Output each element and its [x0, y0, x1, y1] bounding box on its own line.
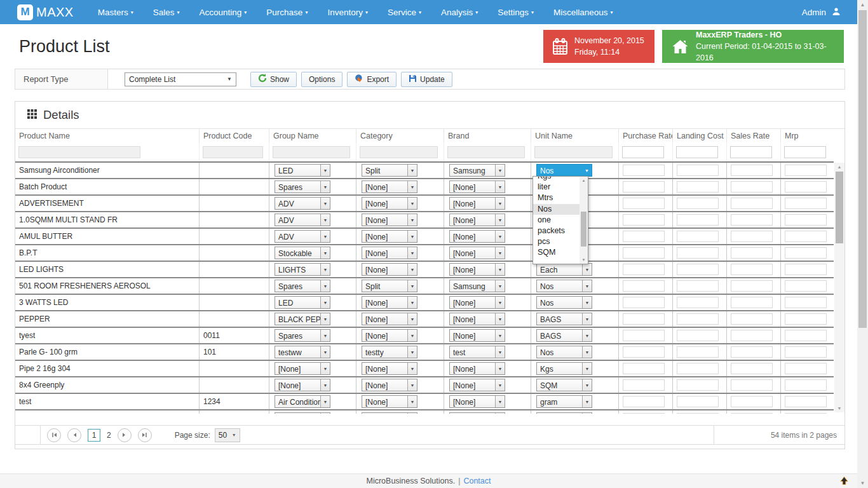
grid-scroll-down-icon[interactable]: ▼ [834, 404, 844, 412]
rate-cell-input[interactable] [785, 280, 827, 292]
cell-combobox[interactable]: [None]▼ [275, 379, 330, 391]
scroll-thumb[interactable] [581, 212, 587, 247]
page-scroll-down-icon[interactable]: ▼ [857, 478, 868, 488]
page-number-1[interactable]: 1 [88, 429, 100, 442]
nav-item-miscellaneous[interactable]: Miscellaneous▾ [553, 8, 613, 17]
cell-combobox[interactable]: test▼ [449, 346, 505, 358]
column-header[interactable]: Brand [444, 129, 531, 143]
rate-cell-input[interactable] [731, 396, 773, 407]
column-header[interactable]: Product Code [200, 129, 269, 143]
rate-cell-input[interactable] [785, 313, 827, 325]
cell-combobox[interactable]: [None]▼ [362, 230, 417, 243]
rate-cell-input[interactable] [623, 165, 665, 176]
rate-cell-input[interactable] [785, 214, 827, 226]
cell-combobox[interactable]: [None]▼ [449, 379, 505, 391]
cell-combobox[interactable]: [None]▼ [449, 313, 505, 325]
cell-combobox[interactable]: [None]▼ [449, 214, 505, 226]
rate-cell-input[interactable] [785, 413, 827, 414]
rate-cell-input[interactable] [623, 181, 665, 193]
rate-cell-input[interactable] [731, 330, 773, 341]
cell-combobox[interactable]: Nos▼ [536, 280, 592, 292]
rate-cell-input[interactable] [623, 396, 665, 407]
cell-combobox[interactable]: Stockable▼ [275, 247, 330, 259]
filter-input-landing-cost[interactable] [676, 146, 718, 158]
rate-cell-input[interactable] [677, 330, 719, 341]
filter-input-unit-name[interactable] [534, 146, 613, 158]
rate-cell-input[interactable] [785, 363, 827, 374]
options-button[interactable]: Options [301, 72, 342, 87]
scroll-down-icon[interactable]: ▼ [580, 256, 588, 264]
filter-input-product-name[interactable] [18, 146, 140, 158]
rate-cell-input[interactable] [623, 198, 665, 209]
report-type-select[interactable]: Complete List ▼ [125, 72, 236, 86]
cell-combobox[interactable]: [None]▼ [449, 230, 505, 243]
rate-cell-input[interactable] [785, 247, 827, 259]
cell-combobox[interactable]: [None]▼ [362, 214, 417, 226]
column-header[interactable]: Sales Rate [727, 129, 781, 143]
back-to-top-icon[interactable] [839, 476, 849, 487]
cell-combobox[interactable]: Split▼ [362, 280, 417, 292]
column-header[interactable]: Unit Name [531, 129, 619, 143]
unit-option-nos[interactable]: Nos [533, 204, 580, 215]
nav-item-masters[interactable]: Masters▾ [98, 8, 133, 17]
cell-combobox[interactable]: [None]▼ [362, 263, 417, 276]
rate-cell-input[interactable] [677, 297, 719, 308]
unit-option-liter[interactable]: liter [533, 182, 580, 193]
cell-combobox[interactable]: Split▼ [362, 164, 417, 177]
cell-combobox[interactable]: Kgs▼ [536, 362, 592, 375]
cell-combobox[interactable]: LIGHTS▼ [275, 263, 330, 276]
rate-cell-input[interactable] [785, 181, 827, 193]
rate-cell-input[interactable] [785, 330, 827, 341]
rate-cell-input[interactable] [677, 264, 719, 275]
rate-cell-input[interactable] [785, 379, 827, 391]
unit-combobox-open[interactable]: Nos▼ [536, 164, 592, 177]
filter-input-product-code[interactable] [203, 146, 263, 158]
rate-cell-input[interactable] [623, 313, 665, 325]
app-logo[interactable]: M MAXX [17, 4, 74, 20]
cell-combobox[interactable]: Spares▼ [275, 180, 330, 193]
rate-cell-input[interactable] [731, 297, 773, 308]
grid-scrollbar[interactable]: ▲ ▼ [834, 163, 844, 412]
cell-combobox[interactable]: ADV▼ [275, 197, 330, 210]
cell-combobox[interactable]: LED▼ [275, 296, 330, 309]
cell-combobox[interactable]: Nos▼ [536, 296, 592, 309]
filter-input-purchase-rate[interactable] [622, 146, 664, 158]
column-header[interactable]: Landing Cost [673, 129, 727, 143]
rate-cell-input[interactable] [677, 379, 719, 391]
cell-combobox[interactable]: [None]▼ [362, 197, 417, 210]
rate-cell-input[interactable] [677, 198, 719, 209]
unit-option-mtrs[interactable]: Mtrs [533, 193, 580, 203]
column-header[interactable]: Category [356, 129, 444, 143]
show-button[interactable]: Show [250, 72, 297, 87]
cell-combobox[interactable]: [None]▼ [449, 362, 505, 375]
cell-combobox[interactable]: [None]▼ [449, 395, 505, 408]
rate-cell-input[interactable] [677, 280, 719, 292]
rate-cell-input[interactable] [677, 413, 719, 414]
cell-combobox[interactable]: ADV▼ [275, 230, 330, 243]
rate-cell-input[interactable] [623, 264, 665, 275]
cell-combobox[interactable]: ▼ [449, 412, 505, 414]
next-page-button[interactable] [118, 428, 132, 442]
filter-input-group-name[interactable] [273, 146, 350, 158]
cell-combobox[interactable]: BAGS▼ [536, 329, 592, 342]
unit-option-kgs[interactable]: Kgs [533, 177, 580, 182]
user-menu[interactable]: Admin [802, 7, 841, 18]
rate-cell-input[interactable] [731, 413, 773, 414]
column-header[interactable]: Purchase Rate [619, 129, 673, 143]
rate-cell-input[interactable] [731, 313, 773, 325]
cell-combobox[interactable]: BLACK PEPPE▼ [275, 313, 330, 325]
nav-item-analysis[interactable]: Analysis▾ [441, 8, 478, 17]
rate-cell-input[interactable] [677, 313, 719, 325]
rate-cell-input[interactable] [731, 181, 773, 193]
nav-item-purchase[interactable]: Purchase▾ [266, 8, 308, 17]
filter-input-mrp[interactable] [784, 146, 826, 158]
rate-cell-input[interactable] [677, 231, 719, 242]
cell-combobox[interactable]: Each▼ [536, 263, 592, 276]
rate-cell-input[interactable] [731, 363, 773, 374]
cell-combobox[interactable]: Air Condition▼ [275, 395, 330, 408]
first-page-button[interactable] [47, 428, 61, 442]
rate-cell-input[interactable] [623, 346, 665, 358]
page-scroll-thumb[interactable] [858, 10, 867, 328]
rate-cell-input[interactable] [785, 198, 827, 209]
rate-cell-input[interactable] [677, 181, 719, 193]
